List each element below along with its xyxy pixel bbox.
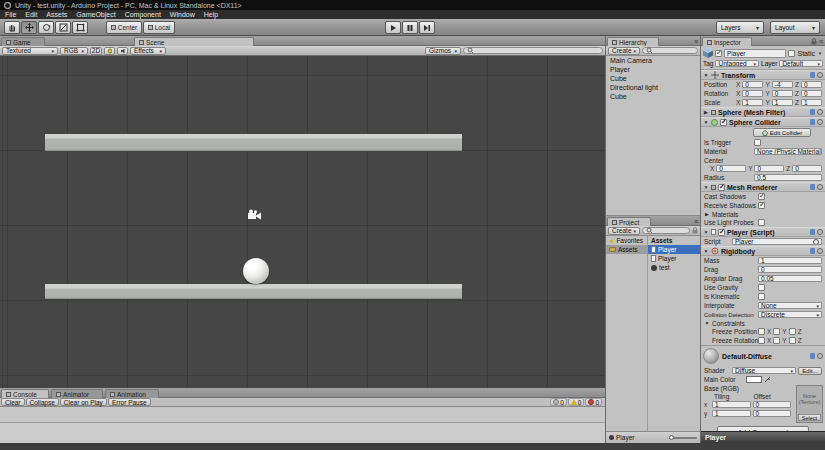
- console-error-pause-button[interactable]: Error Pause: [108, 398, 151, 406]
- base-texture-slot[interactable]: None (Texture) Select: [796, 385, 823, 423]
- sphere-collider-header[interactable]: ▼ Sphere Collider: [701, 117, 825, 127]
- rotate-tool-button[interactable]: [38, 21, 54, 34]
- position-z-field[interactable]: 0: [801, 81, 822, 88]
- project-create-button[interactable]: Create: [608, 227, 640, 235]
- tab-game[interactable]: Game: [1, 37, 45, 46]
- tiling-x-field[interactable]: 1: [712, 401, 751, 408]
- console-detail-area[interactable]: [0, 422, 605, 443]
- mesh-renderer-header[interactable]: ▼ Mesh Renderer: [701, 182, 825, 192]
- asset-zoom-slider[interactable]: [669, 437, 697, 439]
- hand-tool-button[interactable]: [4, 21, 20, 34]
- freeze-position-y-checkbox[interactable]: [773, 328, 780, 335]
- move-tool-button[interactable]: [21, 21, 37, 34]
- help-book-icon[interactable]: [810, 353, 815, 359]
- help-book-icon[interactable]: [810, 72, 815, 78]
- scale-z-field[interactable]: 1: [801, 99, 822, 106]
- gear-icon[interactable]: [817, 119, 823, 125]
- help-book-icon[interactable]: [810, 184, 815, 190]
- component-enabled-checkbox[interactable]: [720, 119, 727, 126]
- gear-icon[interactable]: [817, 353, 823, 359]
- foldout-icon[interactable]: ▼: [703, 229, 709, 235]
- materials-foldout-row[interactable]: ▶ Materials: [701, 210, 825, 218]
- menu-component[interactable]: Component: [125, 11, 161, 18]
- tab-inspector[interactable]: Inspector: [702, 37, 752, 46]
- foldout-icon[interactable]: ▼: [703, 119, 709, 125]
- lighting-toggle-button[interactable]: [104, 47, 115, 55]
- cast-shadows-checkbox[interactable]: [758, 193, 765, 200]
- script-field[interactable]: Player: [732, 238, 822, 245]
- menu-gameobject[interactable]: GameObject: [76, 11, 115, 18]
- project-item-test[interactable]: test: [648, 263, 700, 272]
- center-x-field[interactable]: 0: [716, 165, 746, 172]
- static-checkbox[interactable]: [788, 50, 795, 57]
- project-menu-icon[interactable]: ≡: [694, 218, 698, 225]
- info-count-toggle[interactable]: 0: [550, 398, 567, 406]
- hierarchy-item-player[interactable]: Player: [606, 65, 700, 74]
- rect-tool-button[interactable]: [72, 21, 88, 34]
- eyedropper-icon[interactable]: [764, 376, 770, 383]
- active-checkbox[interactable]: [715, 50, 722, 57]
- cube-platform-top[interactable]: [45, 134, 462, 151]
- shader-dropdown[interactable]: Diffuse: [732, 367, 796, 374]
- rotation-z-field[interactable]: 0: [801, 90, 822, 97]
- cube-platform-bottom[interactable]: [45, 284, 462, 299]
- step-button[interactable]: [419, 21, 435, 34]
- scale-tool-button[interactable]: [55, 21, 71, 34]
- tab-console[interactable]: Console: [1, 389, 49, 398]
- texture-select-button[interactable]: Select: [798, 414, 821, 421]
- edit-collider-button[interactable]: Edit Collider: [753, 128, 811, 137]
- inspector-preview-bar[interactable]: Player: [701, 431, 825, 443]
- freeze-rotation-z-checkbox[interactable]: [789, 337, 796, 344]
- draw-mode-dropdown[interactable]: Textured: [2, 47, 58, 55]
- gizmos-dropdown[interactable]: Gizmos: [425, 47, 461, 55]
- constraints-foldout-row[interactable]: ▼ Constraints: [701, 319, 825, 327]
- menu-assets[interactable]: Assets: [46, 11, 67, 18]
- project-item-player[interactable]: Player: [648, 254, 700, 263]
- help-book-icon[interactable]: [810, 119, 815, 125]
- hierarchy-create-button[interactable]: Create: [608, 47, 640, 55]
- player-sphere-object[interactable]: [243, 258, 269, 284]
- menu-edit[interactable]: Edit: [25, 11, 37, 18]
- foldout-icon[interactable]: ▼: [703, 248, 709, 254]
- drag-field[interactable]: 0: [758, 266, 822, 273]
- project-favorites[interactable]: ★Favorites: [606, 236, 647, 245]
- audio-toggle-button[interactable]: [117, 47, 128, 55]
- scene-viewport[interactable]: [0, 56, 605, 388]
- console-clear-button[interactable]: Clear: [1, 398, 25, 406]
- mass-field[interactable]: 1: [758, 257, 822, 264]
- offset-x-field[interactable]: 0: [753, 401, 792, 408]
- warning-count-toggle[interactable]: 0: [568, 398, 585, 406]
- physic-material-field[interactable]: None (Physic Material): [754, 148, 822, 155]
- position-y-field[interactable]: -4: [772, 81, 793, 88]
- layout-dropdown[interactable]: Layout: [770, 21, 820, 34]
- foldout-icon[interactable]: ▶: [703, 109, 709, 115]
- 2d-toggle-button[interactable]: 2D: [90, 47, 102, 55]
- interpolate-dropdown[interactable]: None: [758, 302, 822, 309]
- position-x-field[interactable]: 0: [742, 81, 763, 88]
- component-enabled-checkbox[interactable]: [718, 229, 725, 236]
- component-enabled-checkbox[interactable]: [718, 184, 725, 191]
- pause-button[interactable]: [402, 21, 418, 34]
- hierarchy-menu-icon[interactable]: ≡: [694, 38, 698, 45]
- effects-dropdown[interactable]: Effects: [130, 47, 166, 55]
- is-kinematic-checkbox[interactable]: [758, 293, 765, 300]
- hierarchy-search-input[interactable]: [642, 47, 698, 54]
- angular-drag-field[interactable]: 0.05: [758, 275, 822, 282]
- tag-dropdown[interactable]: Untagged: [715, 60, 759, 67]
- freeze-rotation-y-checkbox[interactable]: [773, 337, 780, 344]
- foldout-icon[interactable]: ▼: [703, 72, 709, 78]
- radius-field[interactable]: 0.5: [754, 174, 822, 181]
- layer-dropdown[interactable]: Default: [779, 60, 823, 67]
- camera-gizmo-icon[interactable]: [246, 209, 263, 221]
- use-gravity-checkbox[interactable]: [758, 284, 765, 291]
- scale-x-field[interactable]: 1: [742, 99, 763, 106]
- inspector-menu-icon[interactable]: ≡: [819, 38, 823, 45]
- offset-y-field[interactable]: 0: [753, 410, 792, 417]
- help-book-icon[interactable]: [810, 109, 815, 115]
- center-y-field[interactable]: 0: [754, 165, 784, 172]
- tab-scene[interactable]: Scene: [134, 37, 254, 46]
- layers-dropdown[interactable]: Layers: [716, 21, 764, 34]
- hierarchy-item-directional-light[interactable]: Directional light: [606, 83, 700, 92]
- menu-file[interactable]: File: [5, 11, 16, 18]
- lock-icon[interactable]: [811, 38, 817, 45]
